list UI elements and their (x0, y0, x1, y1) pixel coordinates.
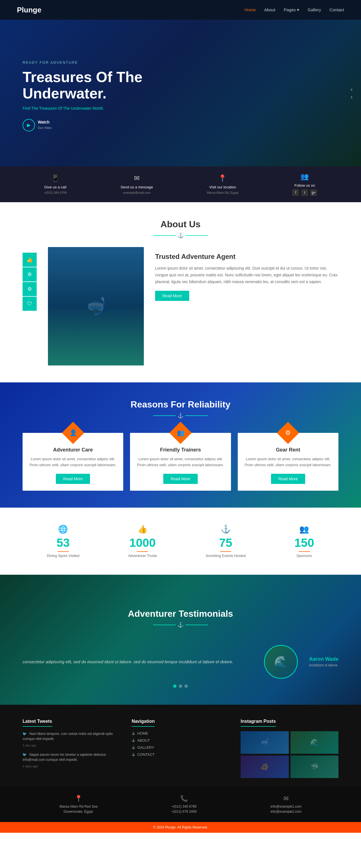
sidebar-btn-like[interactable]: 👍 (23, 253, 37, 267)
ranchor-icon: ⚓ (177, 412, 184, 419)
stat-label-3: Sponsors (295, 554, 314, 558)
brand[interactable]: Plunge (17, 6, 244, 14)
about-paragraph: Lorem ipsum dolor sit amet, consectetur … (155, 265, 338, 285)
stat-icon-3: 👥 (295, 525, 314, 534)
nav-item-contact[interactable]: Contact (329, 7, 344, 12)
footer-nav-contact[interactable]: CONTACT (132, 752, 230, 756)
reason-card-0: 👤 Adventurer Care Lorem ipsum dolor sit … (23, 433, 123, 491)
reason-btn-2[interactable]: Read More (271, 474, 305, 484)
info-call-sub: +(012) 345 6789 (44, 191, 67, 194)
reasons-title: Reasons For Reliability (0, 399, 361, 410)
footer-nav-about[interactable]: ABOUT (132, 738, 230, 743)
social-icon-group: 👥 (300, 173, 309, 181)
about-section: About Us ⚓ 👍 ⚙ ⚙ 🛡 🤿 Trusted Adventure A… (0, 202, 361, 382)
address-icon: 📍 (60, 795, 98, 802)
stat-number-0: 53 (47, 536, 79, 550)
googleplus-icon[interactable]: g+ (310, 189, 317, 196)
hero-section: Ready For Adventure Treasures Of The Und… (0, 20, 361, 166)
tweet-text-0: 🐦 Nam libero tempore, cum soluta nobis e… (23, 731, 120, 741)
reason-title-1: Friendly Trainers (137, 447, 224, 453)
nav-item-pages[interactable]: Pages ▾ (284, 7, 299, 12)
info-social-label: Follow us on (295, 183, 315, 188)
about-inner: 👍 ⚙ ⚙ 🛡 🤿 Trusted Adventure Agent Lorem … (0, 247, 361, 366)
nav-item-gallery[interactable]: Gallery (308, 7, 321, 12)
stat-number-2: 75 (206, 536, 246, 550)
info-social: 👥 Follow us on f t g+ (292, 173, 317, 196)
stat-0: 🌐 53 Diving Spots Visited (47, 525, 79, 558)
dot-2[interactable] (184, 684, 188, 688)
about-title: About Us (0, 219, 361, 229)
phone-icon: 📱 (51, 174, 60, 182)
info-message-label: Send us a message (121, 185, 153, 189)
stat-divider-1 (137, 551, 148, 552)
stat-1: 👍 1000 Adventurer Trusts (128, 525, 157, 558)
testimonials-section: Adventurer Testimonials ⚓ consectetur ad… (0, 575, 361, 705)
reason-title-2: Gear Rent (244, 447, 332, 453)
facebook-icon[interactable]: f (292, 189, 299, 196)
insta-2[interactable]: 🐠 (241, 755, 289, 778)
insta-3[interactable]: 🦈 (291, 755, 338, 778)
watch-button[interactable]: ▶ Watch Our Video (23, 119, 178, 131)
hero-arrows: ‹ › (351, 86, 353, 100)
dot-1[interactable] (179, 684, 182, 688)
next-arrow[interactable]: › (351, 94, 353, 100)
twitter-icon[interactable]: t (301, 189, 308, 196)
stat-3: 👥 150 Sponsors (295, 525, 314, 558)
info-call: 📱 Give us a call +(012) 345 6789 (44, 174, 67, 194)
reason-icon-2: ⚙ (285, 429, 291, 437)
reason-card-2: ⚙ Gear Rent Lorem ipsum dolor sit amet, … (238, 433, 338, 491)
divider-left (153, 235, 176, 236)
twitter-bird-0: 🐦 (23, 732, 27, 736)
address-line-1: Marsa Allam Rd Red Sea (60, 805, 98, 808)
play-icon[interactable]: ▶ (23, 119, 35, 131)
watch-label: Watch (38, 120, 52, 125)
tweet-0: 🐦 Nam libero tempore, cum soluta nobis e… (23, 731, 120, 748)
nav-item-about[interactable]: About (264, 7, 275, 12)
tweet-time-0: 1 day ago (23, 744, 36, 747)
footer-nav-gallery[interactable]: GALLERY (132, 745, 230, 749)
insta-0[interactable]: 🤿 (241, 731, 289, 754)
reason-icon-1: 👥 (177, 429, 184, 437)
reasons-grid: 👤 Adventurer Care Lorem ipsum dolor sit … (0, 427, 361, 491)
footer: Latest Tweets 🐦 Nam libero tempore, cum … (0, 705, 361, 786)
insta-1[interactable]: 🌊 (291, 731, 338, 754)
sidebar-btn-settings[interactable]: ⚙ (23, 282, 37, 296)
phone-1: +(012) 345 6789 (172, 805, 196, 808)
footer-tweets: Latest Tweets 🐦 Nam libero tempore, cum … (23, 719, 120, 778)
info-bar: 📱 Give us a call +(012) 345 6789 ✉ Send … (0, 166, 361, 202)
info-message: ✉ Send us a message example@mail.com (121, 174, 153, 194)
sidebar-btn-share[interactable]: ⚙ (23, 267, 37, 281)
watch-sub: Our Video (38, 126, 52, 129)
location-icon: 📍 (218, 174, 227, 182)
stats-section: 🌐 53 Diving Spots Visited 👍 1000 Adventu… (0, 507, 361, 575)
stat-label-2: Snorkling Events Hosted (206, 554, 246, 558)
tweet-time-1: 2 days ago (23, 765, 38, 768)
anchor-icon: ⚓ (177, 232, 184, 239)
testimonial-dots (23, 684, 338, 688)
about-read-more[interactable]: Read More (155, 291, 189, 301)
footer-nav-home[interactable]: HOME (132, 731, 230, 736)
testimonial-content: consectetur adipiscing elit, sed do eius… (23, 645, 338, 679)
stat-icon-1: 👍 (128, 525, 157, 534)
dot-0[interactable] (173, 684, 177, 688)
stat-2: ⚓ 75 Snorkling Events Hosted (206, 525, 246, 558)
about-text: Trusted Adventure Agent Lorem ipsum dolo… (155, 247, 338, 301)
email-2: info@example2.com (270, 810, 301, 813)
hero-subtitle: Find The Treasures Of The Underwater Wor… (23, 106, 178, 111)
phone-2: +(012) 678 3459 (172, 810, 196, 813)
navbar: Plunge Home About Pages ▾ Gallery Contac… (0, 0, 361, 20)
prev-arrow[interactable]: ‹ (351, 86, 353, 93)
info-location-sub: Marsa Allam Rd, Egypt (207, 191, 239, 194)
reasons-divider: ⚓ (0, 412, 361, 419)
nav-item-home[interactable]: Home (244, 7, 256, 12)
rdivider-right (185, 415, 208, 416)
copyright-text: © 2024 Plunge. All Rights Reserved. (153, 826, 208, 829)
about-image: 🤿 (48, 247, 144, 366)
reason-btn-1[interactable]: Read More (163, 474, 198, 484)
tdivider-left (153, 625, 176, 625)
reason-text-0: Lorem ipsum dolor sit amet, consectetur … (29, 456, 117, 468)
hero-content: Ready For Adventure Treasures Of The Und… (23, 60, 178, 131)
tdivider-right (185, 625, 208, 625)
sidebar-btn-shield[interactable]: 🛡 (23, 297, 37, 311)
reason-btn-0[interactable]: Read More (56, 474, 90, 484)
